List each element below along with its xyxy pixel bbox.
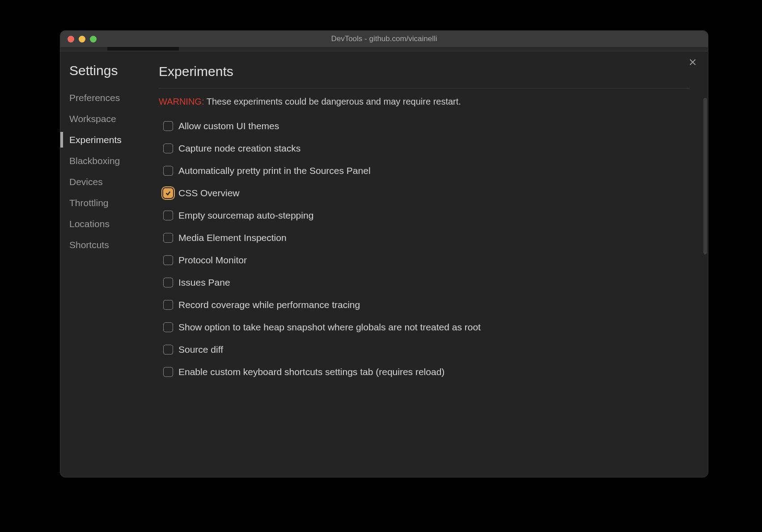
experiment-row[interactable]: Media Element Inspection bbox=[159, 227, 690, 249]
window-controls bbox=[60, 36, 97, 42]
experiment-checkbox[interactable] bbox=[163, 166, 173, 176]
experiment-checkbox[interactable] bbox=[163, 322, 173, 332]
experiment-row[interactable]: Record coverage while performance tracin… bbox=[159, 294, 690, 316]
sidebar-item-shortcuts[interactable]: Shortcuts bbox=[60, 234, 154, 255]
settings-sidebar: Settings PreferencesWorkspaceExperiments… bbox=[60, 51, 154, 477]
experiment-checkbox[interactable] bbox=[163, 345, 173, 355]
experiment-checkbox[interactable] bbox=[163, 233, 173, 243]
sidebar-item-preferences[interactable]: Preferences bbox=[60, 87, 154, 108]
experiment-row[interactable]: Automatically pretty print in the Source… bbox=[159, 160, 690, 182]
experiment-row[interactable]: Issues Pane bbox=[159, 271, 690, 294]
toolbar-strip bbox=[60, 47, 708, 51]
experiment-row[interactable]: Capture node creation stacks bbox=[159, 137, 690, 160]
experiments-panel: Experiments WARNING: These experiments c… bbox=[154, 51, 708, 477]
window-title: DevTools - github.com/vicainelli bbox=[60, 34, 708, 43]
experiment-label: Automatically pretty print in the Source… bbox=[178, 165, 371, 176]
close-settings-button[interactable] bbox=[688, 58, 697, 67]
experiment-label: Source diff bbox=[178, 344, 223, 355]
experiment-label: CSS Overview bbox=[178, 188, 240, 198]
experiment-label: Media Element Inspection bbox=[178, 232, 287, 243]
experiment-row[interactable]: CSS Overview bbox=[159, 182, 690, 204]
experiment-row[interactable]: Source diff bbox=[159, 338, 690, 361]
experiment-checkbox[interactable] bbox=[163, 255, 173, 265]
experiment-checkbox[interactable] bbox=[163, 367, 173, 377]
sidebar-item-experiments[interactable]: Experiments bbox=[60, 129, 154, 150]
scrollbar-thumb[interactable] bbox=[703, 98, 707, 254]
experiment-row[interactable]: Allow custom UI themes bbox=[159, 115, 690, 137]
zoom-window-button[interactable] bbox=[90, 36, 97, 42]
experiment-row[interactable]: Empty sourcemap auto-stepping bbox=[159, 204, 690, 227]
experiment-checkbox[interactable] bbox=[163, 278, 173, 287]
experiment-row[interactable]: Enable custom keyboard shortcuts setting… bbox=[159, 361, 690, 383]
experiment-label: Allow custom UI themes bbox=[178, 121, 279, 131]
titlebar[interactable]: DevTools - github.com/vicainelli bbox=[60, 31, 708, 47]
divider bbox=[159, 88, 690, 89]
close-window-button[interactable] bbox=[68, 36, 74, 42]
sidebar-item-throttling[interactable]: Throttling bbox=[60, 192, 154, 213]
experiment-checkbox[interactable] bbox=[163, 121, 173, 131]
sidebar-item-workspace[interactable]: Workspace bbox=[60, 108, 154, 129]
settings-body: Settings PreferencesWorkspaceExperiments… bbox=[60, 51, 708, 477]
panel-title: Experiments bbox=[159, 64, 690, 79]
experiment-row[interactable]: Protocol Monitor bbox=[159, 249, 690, 271]
experiment-label: Show option to take heap snapshot where … bbox=[178, 322, 481, 333]
warning-message: WARNING: These experiments could be dang… bbox=[159, 97, 690, 107]
experiment-row[interactable]: Show option to take heap snapshot where … bbox=[159, 316, 690, 338]
warning-label: WARNING: bbox=[159, 97, 204, 106]
minimize-window-button[interactable] bbox=[79, 36, 85, 42]
experiments-list: Allow custom UI themesCapture node creat… bbox=[159, 115, 690, 383]
experiment-label: Issues Pane bbox=[178, 277, 230, 288]
sidebar-item-blackboxing[interactable]: Blackboxing bbox=[60, 150, 154, 171]
experiment-label: Enable custom keyboard shortcuts setting… bbox=[178, 367, 444, 377]
experiment-label: Record coverage while performance tracin… bbox=[178, 300, 360, 310]
experiment-label: Capture node creation stacks bbox=[178, 143, 301, 154]
sidebar-item-locations[interactable]: Locations bbox=[60, 213, 154, 234]
devtools-window: DevTools - github.com/vicainelli Setting… bbox=[60, 30, 708, 477]
sidebar-item-devices[interactable]: Devices bbox=[60, 171, 154, 192]
experiment-label: Protocol Monitor bbox=[178, 255, 247, 266]
settings-heading: Settings bbox=[60, 63, 154, 78]
experiment-checkbox[interactable] bbox=[163, 144, 173, 153]
experiment-label: Empty sourcemap auto-stepping bbox=[178, 210, 313, 221]
warning-text: These experiments could be dangerous and… bbox=[207, 97, 461, 106]
experiment-checkbox[interactable] bbox=[163, 300, 173, 310]
experiment-checkbox[interactable] bbox=[163, 188, 173, 198]
experiment-checkbox[interactable] bbox=[163, 211, 173, 220]
